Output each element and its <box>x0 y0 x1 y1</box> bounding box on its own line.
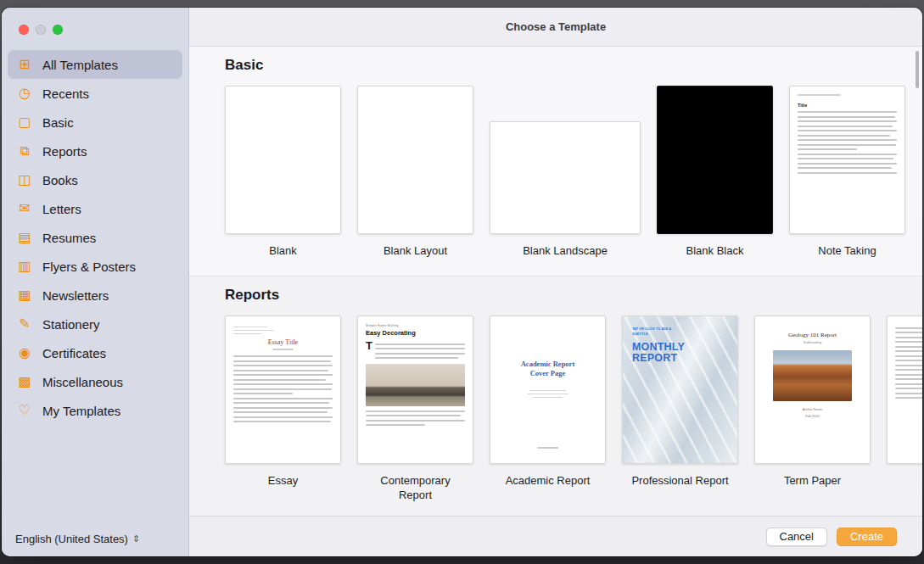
sidebar-item-label: All Templates <box>42 58 118 72</box>
footer-line <box>537 447 559 449</box>
thumbnail-wrap: Title <box>789 84 905 234</box>
template-card-note-taking[interactable]: TitleNote Taking <box>789 84 905 259</box>
my-templates-icon: ♡ <box>15 404 34 417</box>
template-thumbnail: Simple Home StylingEasy DecoratingT <box>357 316 473 464</box>
template-thumbnail <box>357 86 473 234</box>
sidebar-item-label: Recents <box>42 87 89 101</box>
template-card-partial[interactable] <box>887 314 922 489</box>
sidebar-item-label: Flyers & Posters <box>42 260 136 274</box>
template-name: Contemporary Report <box>364 474 468 503</box>
thumb-date: Fall 2020 <box>763 414 862 418</box>
template-card-professional-report[interactable]: TAP OR CLICK TO ADD A SUBTITLEMONTHLY RE… <box>622 314 738 489</box>
sidebar-item-letters[interactable]: ✉Letters <box>8 194 182 223</box>
thumbnail-wrap <box>490 84 641 234</box>
sidebar-item-label: Basic <box>42 115 74 130</box>
sidebar-item-books[interactable]: ◫Books <box>8 165 182 194</box>
flyers-posters-icon: ▥ <box>15 260 34 273</box>
template-card-academic-report[interactable]: Academic Report Cover PageAcademic Repor… <box>490 314 606 489</box>
text-lines <box>375 340 465 362</box>
template-thumbnail: Academic Report Cover Page <box>490 316 606 464</box>
template-card-term-paper[interactable]: Geology 101 ReportSubheadingAuthor NameF… <box>754 314 871 489</box>
choose-template-window: ⊞All Templates◷Recents▢Basic⧉Reports◫Boo… <box>2 8 922 556</box>
template-name: Professional Report <box>631 474 728 489</box>
thumb-title: MONTHLY REPORT <box>632 342 696 364</box>
sidebar: ⊞All Templates◷Recents▢Basic⧉Reports◫Boo… <box>2 8 189 556</box>
thumbnail-wrap <box>225 84 341 234</box>
cancel-button[interactable]: Cancel <box>766 528 827 546</box>
footer-bar: Cancel Create <box>189 516 922 556</box>
sidebar-item-reports[interactable]: ⧉Reports <box>8 137 182 165</box>
zoom-button[interactable] <box>53 25 63 35</box>
text-lines <box>233 355 333 422</box>
text-lines <box>895 327 922 399</box>
template-card-blank[interactable]: Blank <box>225 84 341 259</box>
thumb-author: Author Name <box>763 407 862 411</box>
note-title: Title <box>798 103 897 108</box>
template-grid: Essay TitleEssaySimple Home StylingEasy … <box>225 314 922 503</box>
template-name: Blank <box>269 244 297 259</box>
template-card-blank-layout[interactable]: Blank Layout <box>357 84 473 259</box>
sidebar-item-flyers-posters[interactable]: ▥Flyers & Posters <box>8 252 182 281</box>
section-heading: Basic <box>225 57 922 74</box>
drop-cap-row: T <box>366 340 465 362</box>
sidebar-item-resumes[interactable]: ▤Resumes <box>8 223 182 252</box>
stationery-icon: ✎ <box>15 317 34 331</box>
template-card-blank-black[interactable]: Blank Black <box>657 84 773 259</box>
reports-icon: ⧉ <box>15 144 34 158</box>
template-name: Blank Black <box>686 244 744 259</box>
close-button[interactable] <box>19 25 29 35</box>
sidebar-item-label: Newsletters <box>42 288 109 303</box>
sidebar-item-miscellaneous[interactable]: ▩Miscellaneous <box>8 367 182 396</box>
template-thumbnail <box>225 86 341 234</box>
scrollbar[interactable] <box>916 51 919 88</box>
thumb-content: Academic Report Cover Page <box>498 324 597 455</box>
template-thumbnail <box>887 316 922 464</box>
sidebar-item-basic[interactable]: ▢Basic <box>8 108 182 137</box>
text-lines <box>233 327 333 335</box>
certificates-icon: ◉ <box>15 346 34 360</box>
text-lines <box>798 111 897 174</box>
sidebar-item-certificates[interactable]: ◉Certificates <box>8 338 182 367</box>
template-card-contemporary-report[interactable]: Simple Home StylingEasy DecoratingTConte… <box>357 314 473 503</box>
thumb-content: Geology 101 ReportSubheadingAuthor NameF… <box>763 324 862 455</box>
main-panel: Choose a Template Basic BlankBlank Layou… <box>189 8 922 556</box>
thumb-content: Title <box>798 94 897 226</box>
sidebar-item-newsletters[interactable]: ▦Newsletters <box>8 281 182 310</box>
text-lines <box>366 410 465 427</box>
thumb-content: Simple Home StylingEasy DecoratingT <box>366 324 465 455</box>
thumb-content <box>895 324 922 455</box>
template-name: Note Taking <box>818 244 876 259</box>
sidebar-item-stationery[interactable]: ✎Stationery <box>8 310 182 338</box>
language-label: English (United States) <box>15 533 128 545</box>
create-button[interactable]: Create <box>837 528 897 546</box>
essay-title: Essay Title <box>233 338 333 346</box>
template-name: Blank Layout <box>384 244 447 259</box>
all-templates-icon: ⊞ <box>15 58 34 71</box>
template-thumbnail: TAP OR CLICK TO ADD A SUBTITLEMONTHLY RE… <box>622 316 738 464</box>
sidebar-item-recents[interactable]: ◷Recents <box>8 79 182 108</box>
sidebar-item-my-templates[interactable]: ♡My Templates <box>8 396 182 425</box>
canyon-photo <box>773 350 853 401</box>
template-card-blank-landscape[interactable]: Blank Landscape <box>490 84 641 259</box>
template-card-essay[interactable]: Essay TitleEssay <box>225 314 341 489</box>
date-line <box>798 94 841 96</box>
resumes-icon: ▤ <box>15 231 34 244</box>
template-name: Academic Report <box>506 474 591 489</box>
sidebar-item-label: Reports <box>42 144 87 159</box>
template-thumbnail: Geology 101 ReportSubheadingAuthor NameF… <box>754 316 871 464</box>
template-gallery: Basic BlankBlank LayoutBlank LandscapeBl… <box>189 47 922 516</box>
thumb-content: Essay Title <box>233 324 333 455</box>
books-icon: ◫ <box>15 173 34 187</box>
language-selector[interactable]: English (United States) ⇕ <box>15 533 140 545</box>
sidebar-item-label: Letters <box>42 202 81 216</box>
template-name: Essay <box>268 474 298 489</box>
template-name: Term Paper <box>784 474 841 489</box>
sidebar-item-all-templates[interactable]: ⊞All Templates <box>8 50 182 79</box>
thumb-title: Easy Decorating <box>366 329 465 337</box>
thumbnail-wrap: Geology 101 ReportSubheadingAuthor NameF… <box>754 314 871 464</box>
thumbnail-wrap: TAP OR CLICK TO ADD A SUBTITLEMONTHLY RE… <box>622 314 738 464</box>
template-thumbnail <box>490 121 641 234</box>
room-photo <box>366 364 465 406</box>
minimize-button[interactable] <box>36 25 46 35</box>
thumb-title: Academic Report Cover Page <box>511 360 585 379</box>
